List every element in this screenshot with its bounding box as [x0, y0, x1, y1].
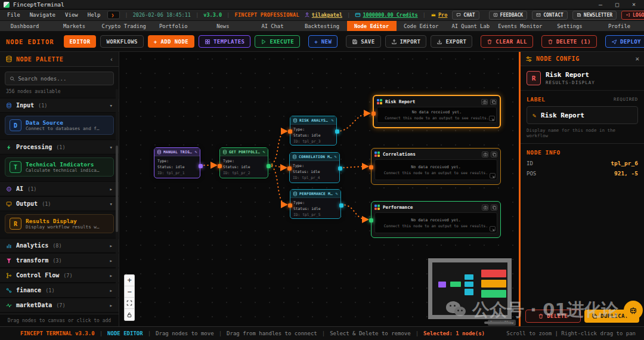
category-transform[interactable]: transform (3) ▸ [0, 253, 119, 268]
output-port[interactable] [335, 129, 339, 134]
menu-view[interactable]: View [63, 12, 80, 18]
workflows-mode-button[interactable]: WORKFLOWS [100, 35, 143, 48]
workflow-canvas[interactable]: MANUAL TRIGGER ✎ Type: Status: idle ID: … [119, 52, 519, 326]
display-node-performance[interactable]: Performance No data received yet. Connec… [371, 201, 501, 238]
tab-markets[interactable]: Markets [49, 21, 99, 31]
editor-mode-button[interactable]: EDITOR [64, 35, 97, 48]
category-market-data[interactable]: marketData (7) ▸ [0, 298, 119, 313]
tab-settings[interactable]: Settings [545, 21, 595, 31]
menu-help[interactable]: Help [85, 12, 103, 18]
output-port[interactable] [339, 203, 343, 208]
input-port[interactable] [218, 164, 222, 168]
zoom-in-button[interactable]: + [125, 275, 134, 286]
palette-item-data-source[interactable]: D Data Source Connect to databases and f… [5, 116, 114, 135]
import-button[interactable]: IMPORT [385, 35, 427, 48]
username-link[interactable]: tilakpatel [304, 12, 342, 18]
output-port[interactable] [338, 166, 342, 171]
tab-code-editor[interactable]: Code Editor [397, 21, 446, 31]
feedback-button[interactable]: FEEDBACK [489, 11, 528, 20]
menu-navigate[interactable]: Navigate [27, 12, 58, 18]
execute-button[interactable]: EXECUTE [255, 35, 300, 48]
credits-link[interactable]: 1000000.00 Credits [355, 12, 417, 18]
category-finance[interactable]: finance (1) ▸ [0, 283, 119, 298]
snapshot-icon[interactable] [482, 205, 488, 211]
edit-node-icon[interactable]: ✎ [332, 118, 334, 123]
minimize-button[interactable]: — [594, 1, 607, 8]
tab-portfolio[interactable]: Portfolio [148, 21, 198, 31]
tab-news[interactable]: News [198, 21, 247, 31]
tab-node-editor[interactable]: Node Editor [347, 21, 397, 31]
tab-dashboard[interactable]: Dashboard [0, 21, 49, 31]
label-input-box[interactable]: ✎ [527, 106, 638, 124]
category-analytics[interactable]: Analytics (8) ▸ [0, 238, 119, 253]
node-performance-metrics[interactable]: PERFORMANCE METRICS ✎ Type: Status: idle… [290, 189, 341, 219]
sidebar-scrollbar[interactable] [116, 89, 118, 312]
tab-ai-quant-lab[interactable]: AI Quant Lab [446, 21, 496, 31]
copy-icon[interactable] [491, 152, 497, 157]
edit-node-icon[interactable]: ✎ [336, 191, 338, 196]
close-button[interactable]: × [627, 1, 640, 8]
category-input[interactable]: Input (1) ▾ [0, 98, 119, 113]
category-output[interactable]: Output (1) ▾ [0, 196, 119, 211]
search-input[interactable] [18, 76, 109, 82]
edit-node-icon[interactable]: ✎ [263, 150, 265, 154]
input-port[interactable] [288, 129, 292, 134]
copy-icon[interactable] [490, 99, 497, 105]
lock-button[interactable] [125, 309, 134, 320]
chat-button[interactable]: CHAT [452, 11, 479, 20]
input-port[interactable] [371, 112, 376, 116]
logout-button[interactable]: LOGOUT [621, 11, 644, 20]
tab-events-monitor[interactable]: Events Monitor [496, 21, 545, 31]
delete-node-button[interactable]: DELETE [525, 310, 581, 323]
delete-selected-button[interactable]: DELETE (1) [541, 35, 597, 48]
edit-node-icon[interactable]: ✎ [335, 154, 337, 159]
input-port[interactable] [288, 203, 292, 208]
pro-plan-link[interactable]: Pro [431, 12, 447, 18]
edit-node-icon[interactable]: ✎ [195, 150, 197, 154]
collapse-sidebar-icon[interactable]: ‹ [110, 56, 113, 63]
output-port[interactable] [267, 164, 271, 168]
snapshot-icon[interactable] [482, 152, 488, 157]
save-button[interactable]: SAVE [346, 35, 380, 48]
deploy-button[interactable]: DEPLOY [605, 35, 644, 48]
node-risk-analysis[interactable]: RISK ANALYSIS ✎ Type: Status: idle ID: t… [290, 116, 337, 146]
menu-file[interactable]: File [5, 12, 23, 18]
category-control-flow[interactable]: Control Flow (7) ▸ [0, 268, 119, 283]
command-input-box[interactable]: ❯ [107, 11, 120, 19]
palette-search-box[interactable] [5, 72, 114, 85]
input-port[interactable] [369, 165, 373, 169]
tab-profile[interactable]: Profile [595, 21, 644, 31]
display-node-correlations[interactable]: Correlations No data received yet. Conne… [371, 148, 501, 185]
node-get-portfolio-data[interactable]: GET PORTFOLIO DATA ✎ Type: Status: idle … [219, 147, 268, 178]
expand-icon[interactable] [490, 226, 496, 231]
tab-ai-chat[interactable]: AI Chat [247, 21, 297, 31]
export-button[interactable]: EXPORT [431, 35, 472, 48]
minimap[interactable] [428, 258, 512, 319]
node-correlation-matrix[interactable]: CORRELATION MATRIX ✎ Type: Status: idle … [289, 152, 340, 183]
node-manual-trigger[interactable]: MANUAL TRIGGER ✎ Type: Status: idle ID: … [154, 147, 200, 178]
expand-icon[interactable] [490, 173, 496, 178]
copy-icon[interactable] [491, 205, 497, 211]
snapshot-icon[interactable] [481, 99, 488, 105]
maximize-button[interactable]: □ [611, 1, 624, 8]
display-node-risk-report[interactable]: Risk Report No data received yet. Connec… [373, 95, 501, 128]
input-port[interactable] [369, 218, 373, 222]
palette-item-technical-indicators[interactable]: T Technical Indicators Calculate technic… [5, 157, 114, 177]
fit-view-button[interactable] [125, 298, 134, 309]
category-processing[interactable]: Processing (1) ▾ [0, 140, 119, 154]
duplicate-node-button[interactable]: DUPLICATE [584, 310, 640, 323]
horizontal-scrollbar[interactable] [484, 322, 510, 324]
add-node-button[interactable]: + ADD NODE [148, 35, 194, 48]
clear-all-button[interactable]: CLEAR ALL [481, 35, 532, 48]
close-panel-icon[interactable]: ✕ [635, 55, 639, 63]
label-input[interactable] [541, 112, 632, 119]
zoom-out-button[interactable]: − [125, 286, 134, 298]
tab-backtesting[interactable]: Backtesting [297, 21, 346, 31]
input-port[interactable] [287, 166, 292, 171]
expand-icon[interactable] [489, 116, 495, 121]
templates-button[interactable]: TEMPLATES [199, 35, 250, 48]
contact-button[interactable]: CONTACT [532, 11, 568, 20]
newsletter-button[interactable]: NEWSLETTER [572, 11, 617, 20]
category-ai[interactable]: AI (1) ▸ [0, 181, 119, 196]
tab-crypto-trading[interactable]: Crypto Trading [99, 21, 148, 31]
